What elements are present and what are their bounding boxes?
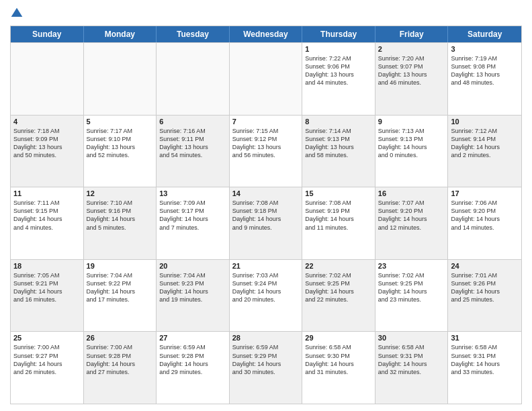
cell-line: Sunset: 9:16 PM (87, 207, 154, 215)
cell-line: and 30 minutes. (232, 368, 300, 376)
calendar-cell: 15Sunrise: 7:08 AMSunset: 9:19 PMDayligh… (302, 187, 375, 259)
cell-line: Sunset: 9:28 PM (87, 352, 154, 360)
cell-line: Sunrise: 7:06 AM (451, 199, 519, 207)
calendar-cell (11, 43, 84, 115)
cell-line: and 5 minutes. (87, 224, 154, 232)
calendar-cell: 31Sunrise: 6:58 AMSunset: 9:31 PMDayligh… (448, 332, 521, 404)
day-number: 22 (305, 262, 372, 270)
calendar-cell: 6Sunrise: 7:16 AMSunset: 9:11 PMDaylight… (157, 116, 230, 187)
calendar-cell: 19Sunrise: 7:04 AMSunset: 9:22 PMDayligh… (84, 260, 157, 332)
cell-line: and 12 minutes. (378, 224, 445, 232)
cell-line: and 20 minutes. (232, 295, 300, 304)
cell-line: Sunrise: 6:59 AM (159, 343, 226, 351)
cell-line: Daylight: 13 hours (305, 71, 372, 79)
cell-line: Sunrise: 7:15 AM (232, 127, 300, 135)
day-number: 16 (378, 189, 445, 197)
cell-line: Sunrise: 7:18 AM (13, 127, 81, 135)
day-number: 19 (87, 262, 154, 270)
cell-line: Sunset: 9:31 PM (378, 352, 445, 360)
cell-line: and 2 minutes. (451, 151, 519, 159)
calendar-cell: 7Sunrise: 7:15 AMSunset: 9:12 PMDaylight… (230, 116, 303, 187)
cell-line: and 29 minutes. (159, 368, 226, 376)
day-number: 29 (305, 334, 372, 342)
day-number: 20 (159, 262, 226, 270)
cell-line: and 16 minutes. (13, 295, 81, 304)
cell-line: Sunrise: 7:08 AM (232, 199, 300, 207)
cell-line: Daylight: 14 hours (305, 287, 372, 295)
cell-line: Sunset: 9:20 PM (378, 207, 445, 215)
cell-line: Sunrise: 7:13 AM (378, 127, 445, 135)
cell-line: Daylight: 14 hours (159, 215, 226, 223)
cell-line: Daylight: 13 hours (451, 71, 519, 79)
cell-line: Sunset: 9:07 PM (378, 62, 445, 71)
cell-line: Daylight: 14 hours (87, 287, 154, 295)
cell-line: Daylight: 13 hours (13, 143, 81, 151)
day-number: 25 (13, 334, 81, 342)
calendar-body: 1Sunrise: 7:22 AMSunset: 9:06 PMDaylight… (11, 42, 521, 404)
cell-line: and 22 minutes. (305, 295, 372, 304)
day-number: 3 (451, 45, 519, 53)
calendar-cell: 24Sunrise: 7:01 AMSunset: 9:26 PMDayligh… (448, 260, 521, 332)
calendar-cell: 22Sunrise: 7:02 AMSunset: 9:25 PMDayligh… (302, 260, 375, 332)
day-number: 28 (232, 334, 300, 342)
cell-line: and 50 minutes. (13, 151, 81, 159)
cell-line: Daylight: 14 hours (305, 360, 372, 368)
cell-line: Sunset: 9:26 PM (451, 279, 519, 287)
cell-line: and 19 minutes. (159, 295, 226, 304)
cell-line: Sunset: 9:08 PM (451, 62, 519, 71)
cell-line: and 4 minutes. (13, 224, 81, 232)
calendar-row: 1Sunrise: 7:22 AMSunset: 9:06 PMDaylight… (11, 42, 521, 115)
cell-line: Daylight: 14 hours (451, 360, 519, 368)
cell-line: Sunrise: 7:08 AM (305, 199, 372, 207)
day-number: 11 (13, 189, 81, 197)
cell-line: Daylight: 14 hours (378, 287, 445, 295)
cell-line: Sunset: 9:22 PM (87, 279, 154, 287)
calendar-cell: 28Sunrise: 6:59 AMSunset: 9:29 PMDayligh… (230, 332, 303, 404)
cell-line: Daylight: 14 hours (159, 360, 226, 368)
calendar-header-day: Tuesday (157, 26, 230, 42)
day-number: 21 (232, 262, 300, 270)
calendar-header-day: Sunday (11, 26, 84, 42)
cell-line: Sunrise: 7:07 AM (378, 199, 445, 207)
cell-line: Sunset: 9:19 PM (305, 207, 372, 215)
cell-line: Sunset: 9:06 PM (305, 62, 372, 71)
cell-line: and 14 minutes. (451, 224, 519, 232)
calendar-cell: 18Sunrise: 7:05 AMSunset: 9:21 PMDayligh… (11, 260, 84, 332)
cell-line: Daylight: 14 hours (305, 215, 372, 223)
cell-line: and 32 minutes. (378, 368, 445, 376)
svg-marker-0 (11, 8, 23, 17)
calendar-cell: 4Sunrise: 7:18 AMSunset: 9:09 PMDaylight… (11, 116, 84, 187)
calendar-cell: 14Sunrise: 7:08 AMSunset: 9:18 PMDayligh… (230, 187, 303, 259)
cell-line: Sunset: 9:18 PM (232, 207, 300, 215)
calendar-row: 4Sunrise: 7:18 AMSunset: 9:09 PMDaylight… (11, 115, 521, 187)
calendar-cell: 2Sunrise: 7:20 AMSunset: 9:07 PMDaylight… (375, 43, 449, 115)
calendar-cell: 23Sunrise: 7:02 AMSunset: 9:25 PMDayligh… (375, 260, 449, 332)
calendar-cell: 26Sunrise: 7:00 AMSunset: 9:28 PMDayligh… (84, 332, 157, 404)
day-number: 10 (451, 118, 519, 126)
cell-line: and 56 minutes. (232, 151, 300, 159)
cell-line: Sunset: 9:24 PM (232, 279, 300, 287)
logo-icon (10, 7, 24, 20)
cell-line: and 27 minutes. (87, 368, 154, 376)
calendar-header-day: Monday (84, 26, 157, 42)
cell-line: Sunrise: 7:16 AM (159, 127, 226, 135)
calendar-cell (84, 43, 157, 115)
cell-line: Sunset: 9:23 PM (159, 279, 226, 287)
cell-line: Sunset: 9:27 PM (13, 352, 81, 360)
cell-line: Sunset: 9:20 PM (451, 207, 519, 215)
calendar-cell: 10Sunrise: 7:12 AMSunset: 9:14 PMDayligh… (448, 116, 521, 187)
cell-line: Sunrise: 7:02 AM (305, 271, 372, 279)
cell-line: Daylight: 14 hours (87, 360, 154, 368)
calendar-row: 18Sunrise: 7:05 AMSunset: 9:21 PMDayligh… (11, 259, 521, 332)
day-number: 12 (87, 189, 154, 197)
logo (10, 7, 26, 20)
calendar-cell: 11Sunrise: 7:11 AMSunset: 9:15 PMDayligh… (11, 187, 84, 259)
cell-line: Sunrise: 7:20 AM (378, 54, 445, 62)
calendar-cell: 17Sunrise: 7:06 AMSunset: 9:20 PMDayligh… (448, 187, 521, 259)
day-number: 24 (451, 262, 519, 270)
day-number: 13 (159, 189, 226, 197)
cell-line: Sunrise: 7:11 AM (13, 199, 81, 207)
cell-line: Sunrise: 7:03 AM (232, 271, 300, 279)
cell-line: Sunset: 9:09 PM (13, 135, 81, 143)
calendar-cell: 8Sunrise: 7:14 AMSunset: 9:13 PMDaylight… (302, 116, 375, 187)
